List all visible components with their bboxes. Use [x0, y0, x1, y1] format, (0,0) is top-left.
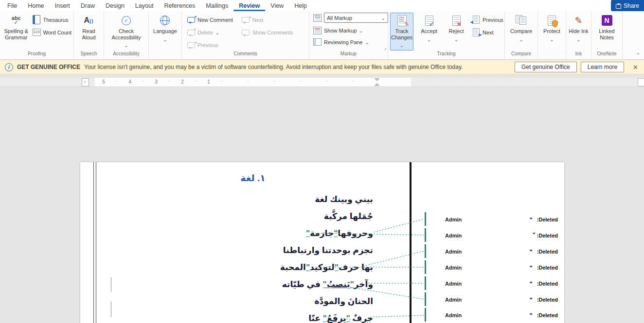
- close-icon[interactable]: ✕: [633, 64, 638, 71]
- menu-tab-file[interactable]: File: [2, 0, 22, 11]
- group-label-language: [149, 51, 181, 59]
- menu-bar: FileHomeInsertDrawDesignLayoutReferences…: [0, 0, 644, 11]
- previous-change-button[interactable]: ◀ Previous: [472, 16, 503, 24]
- poem-line[interactable]: وحروفها"جازمة": [95, 225, 373, 242]
- share-button[interactable]: Share: [611, 0, 644, 11]
- menu-tab-view[interactable]: View: [265, 0, 289, 11]
- previous-comment-button[interactable]: ◂ Previous: [187, 41, 233, 49]
- change-bar: [425, 228, 426, 242]
- menu-tab-draw[interactable]: Draw: [75, 0, 100, 11]
- revision-action-label: Deleted:: [537, 233, 558, 238]
- spelling-grammar-icon: [12, 16, 21, 25]
- revision-detail: "Deleted:: [529, 248, 562, 255]
- poem-text: المحبة: [280, 263, 306, 272]
- revision-balloon[interactable]: AdminّDeleted:: [434, 229, 562, 242]
- deleted-text: ": [529, 296, 532, 304]
- tab-selector[interactable]: [82, 78, 89, 86]
- menu-tab-design[interactable]: Design: [100, 0, 130, 11]
- poem-line[interactable]: جُمَلها مركَّبة: [95, 208, 373, 225]
- reviewing-pane-button[interactable]: Reviewing Pane: [313, 38, 369, 46]
- reject-label: Reject: [448, 28, 464, 34]
- group-label-tracking: Tracking: [388, 51, 504, 59]
- tracking-dialog-launcher[interactable]: [384, 45, 386, 50]
- menu-tab-references[interactable]: References: [159, 0, 200, 11]
- change-bar: [425, 276, 426, 290]
- compare-button[interactable]: Compare: [509, 13, 534, 45]
- document-text: ١. لغة بيني وبينك لغةجُمَلها مركَّبةوحرو…: [95, 170, 411, 323]
- banner-title: GET GENUINE OFFICE: [17, 64, 80, 70]
- share-icon: [616, 4, 621, 9]
- document-title[interactable]: ١. لغة: [95, 170, 411, 191]
- chevron-down-icon: [359, 28, 363, 34]
- poem-line[interactable]: بها حرف"لتوكيد"المحبة: [95, 259, 373, 276]
- poem-line[interactable]: الحنانَ والمودَّة: [95, 293, 373, 310]
- revision-action-label: Deleted:: [537, 297, 558, 303]
- previous-change-icon: ◀: [473, 16, 480, 24]
- poem-text: بها حرف: [339, 263, 373, 272]
- display-for-review-dropdown[interactable]: All Markup: [324, 13, 388, 23]
- revision-author: Admin: [445, 217, 462, 222]
- poem-line[interactable]: بيني وبينك لغة: [95, 191, 373, 208]
- tracked-quote: ": [323, 280, 327, 289]
- previous-comment-icon: ◂: [187, 42, 195, 48]
- change-bar: [425, 308, 426, 322]
- track-changes-label: Track Changes: [391, 28, 412, 40]
- learn-more-button[interactable]: Learn more: [581, 62, 624, 72]
- onenote-icon: [602, 15, 612, 26]
- thesaurus-button[interactable]: Thesaurus: [33, 16, 72, 24]
- poem-line[interactable]: تجزم بوحدتنا وارتباطنا: [95, 242, 373, 259]
- menu-tab-home[interactable]: Home: [22, 0, 49, 11]
- ruler-tick: ·: [507, 78, 509, 85]
- indent-marker[interactable]: [374, 78, 380, 86]
- menu-tab-review[interactable]: Review: [233, 0, 265, 11]
- poem-line[interactable]: حرفٌ "يرفَعُ" عنّا: [95, 310, 373, 323]
- show-comments-button[interactable]: Show Comments: [242, 28, 293, 36]
- revision-balloon[interactable]: Admin"Deleted:: [434, 261, 562, 274]
- poem-text: الحنانَ والمودَّة: [314, 297, 373, 306]
- tracked-quote: ": [350, 280, 354, 289]
- word-count-button[interactable]: Word Count: [33, 28, 72, 36]
- menu-tab-help[interactable]: Help: [289, 0, 312, 11]
- ruler-number: 2: [181, 78, 184, 86]
- ribbon-spacer: [623, 11, 644, 59]
- read-aloud-button[interactable]: A Read Aloud: [76, 13, 102, 42]
- next-change-button[interactable]: ▶ Next: [472, 28, 503, 36]
- hide-ink-button[interactable]: Hide Ink: [567, 13, 590, 45]
- ruler-tick: ·: [352, 78, 354, 85]
- poem-text: عنّا: [308, 314, 323, 323]
- revision-balloon[interactable]: Admin"Deleted:: [434, 213, 562, 226]
- menu-tab-layout[interactable]: Layout: [130, 0, 159, 11]
- accept-button[interactable]: ✓ Accept: [417, 13, 441, 45]
- delete-comment-button[interactable]: ✕ Delete: [187, 28, 233, 36]
- menu-tab-insert[interactable]: Insert: [50, 0, 75, 11]
- change-bar: [425, 292, 426, 306]
- collapse-ribbon-button[interactable]: [636, 48, 640, 56]
- spelling-grammar-button[interactable]: Spelling & Grammar: [2, 13, 31, 42]
- revision-balloon[interactable]: Admin"Deleted:: [434, 277, 562, 290]
- ruler-tick: ·: [142, 78, 143, 85]
- linked-notes-button[interactable]: Linked Notes: [593, 13, 620, 42]
- menu-tab-mailings[interactable]: Mailings: [200, 0, 233, 11]
- tracked-quote: ": [306, 229, 310, 238]
- check-accessibility-button[interactable]: Check Accessibility: [106, 13, 146, 51]
- track-changes-button[interactable]: Track Changes: [390, 13, 413, 51]
- revision-balloon[interactable]: Admin"Deleted:: [434, 293, 562, 306]
- next-comment-button[interactable]: ▸ Next: [242, 16, 293, 24]
- reject-button[interactable]: ✕ Reject: [445, 13, 468, 45]
- get-genuine-office-button[interactable]: Get genuine Office: [515, 62, 577, 72]
- revision-balloon[interactable]: Admin"Deleted:: [434, 245, 562, 258]
- protect-button[interactable]: Protect: [540, 13, 564, 45]
- check-accessibility-icon: [122, 16, 131, 25]
- ribbon-group-compare: Compare Compare: [505, 11, 538, 59]
- poem-text: يَنصبُ: [327, 280, 350, 289]
- revision-balloon[interactable]: Admin"Deleted:: [434, 309, 562, 322]
- new-comment-button[interactable]: + New Comment: [187, 16, 233, 24]
- chevron-down-icon: [519, 34, 523, 43]
- previous-comment-label: Previous: [197, 42, 218, 48]
- horizontal-ruler[interactable]: 54321·····················: [0, 78, 644, 87]
- delete-comment-label: Delete: [197, 30, 213, 35]
- show-markup-button[interactable]: Show Markup: [313, 26, 363, 34]
- ribbon-group-accessibility: Check Accessibility Accessibility: [104, 11, 149, 59]
- poem-line[interactable]: وآخر"يَنصبُ" في طيّاته: [95, 276, 373, 293]
- language-button[interactable]: Language: [152, 13, 179, 45]
